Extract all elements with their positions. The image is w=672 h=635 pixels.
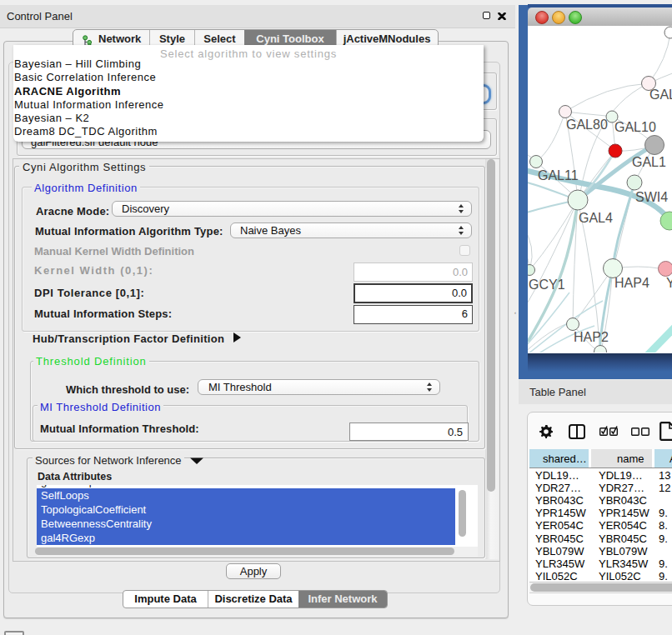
svg-text:HAP4: HAP4 bbox=[614, 276, 649, 290]
svg-text:GAL11: GAL11 bbox=[538, 168, 579, 182]
svg-text:GAL: GAL bbox=[649, 88, 672, 102]
svg-text:GAL1: GAL1 bbox=[632, 155, 666, 169]
svg-text:Y: Y bbox=[666, 276, 672, 290]
svg-text:GAL80: GAL80 bbox=[566, 118, 608, 132]
svg-text:HAP2: HAP2 bbox=[574, 330, 609, 344]
svg-text:GAL4: GAL4 bbox=[579, 211, 613, 225]
svg-text:GCY1: GCY1 bbox=[529, 278, 565, 292]
svg-text:SWI4: SWI4 bbox=[635, 190, 668, 204]
svg-text:GAL10: GAL10 bbox=[614, 120, 656, 134]
